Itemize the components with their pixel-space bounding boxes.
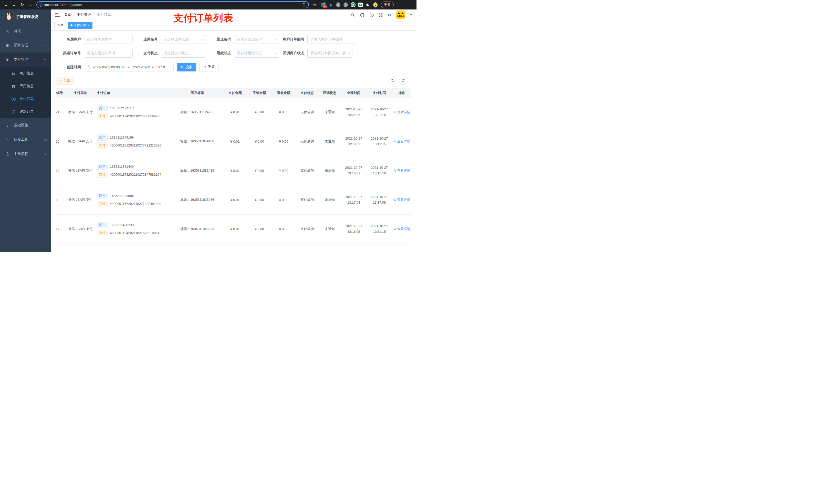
filter-control[interactable]: 请选择应用信息: [161, 35, 206, 44]
cell-pay-order: 商户 1635311254796: [95, 243, 172, 252]
caret-down-icon[interactable]: ▼: [410, 14, 412, 16]
pay-order-no: 4200001167202110271022491439: [110, 202, 161, 206]
avatar-extension-icon[interactable]: [373, 2, 378, 7]
sidebar-item-app-info[interactable]: 应用信息: [0, 80, 51, 93]
cell-id: 20: [56, 127, 66, 156]
fullscreen-icon[interactable]: [379, 13, 383, 17]
cell-refund: [271, 243, 296, 252]
breadcrumb-home[interactable]: 首页: [64, 13, 71, 17]
cell-created: 2021-10-2713:11:08: [341, 214, 366, 243]
breadcrumb: 首页 / 支付管理 / 支付订单: [64, 13, 111, 17]
chat-extension-icon[interactable]: [358, 2, 363, 7]
sidebar-item-refund-order[interactable]: 退款订单: [0, 105, 51, 118]
chevron-down-icon: [275, 52, 277, 54]
address-bar[interactable]: i localhost:1024/pay/order: [37, 1, 309, 8]
filter-control[interactable]: 请选择所属商户: [84, 35, 133, 44]
site-info-icon[interactable]: i: [39, 3, 43, 7]
column-header: 支付时间: [366, 88, 392, 98]
filter-control[interactable]: 请选择订单回调商户状态: [307, 49, 353, 57]
tab-pay-order[interactable]: 支付订单 ×: [68, 22, 93, 29]
pay-order-no: 4200001194202110276752100612: [110, 231, 161, 235]
filter-field: 回调商户状态 请选择订单回调商户状态: [279, 49, 353, 57]
filter-control[interactable]: 请选择退款状态: [234, 49, 279, 57]
briefcase-icon: [5, 152, 10, 156]
sidebar-item-merchant-info[interactable]: 商户信息: [0, 67, 51, 80]
pay-order-no: 4200001173202110272847982104: [110, 173, 161, 176]
view-detail-link[interactable]: 查看详情: [393, 139, 410, 144]
gem-extension-icon[interactable]: ◆: [328, 2, 333, 7]
dashboard-icon: [5, 29, 10, 33]
cell-amount: ¥ 0.01: [223, 214, 247, 243]
cell-status: 支付成功: [296, 185, 318, 214]
breadcrumb-section[interactable]: 支付管理: [77, 13, 91, 17]
pay-tag: 支付: [97, 142, 108, 148]
bookmark-star-icon[interactable]: ☆: [311, 2, 318, 8]
date-range-picker[interactable]: 2021-10-01 00:00:00 - 2021-10-31 23:59:5…: [84, 63, 174, 71]
view-detail-link[interactable]: 查看详情: [393, 226, 410, 231]
pay-order-line: 支付 4200001194202110276752100612: [97, 230, 172, 236]
view-detail-link[interactable]: 查看详情: [393, 197, 410, 202]
cell-created: 2021-10-2713:17:03: [341, 185, 366, 214]
filter-control[interactable]: 请输入渠道编码: [234, 35, 279, 44]
sidebar-item-home[interactable]: 首页: [0, 24, 51, 38]
column-header: 退款金额: [271, 88, 296, 98]
tab-home[interactable]: 首页: [54, 22, 66, 29]
cell-notify: 未通知: [318, 98, 341, 127]
table-toolbar: 导出: [56, 77, 411, 85]
merchant-order-no: 1635311823086: [110, 194, 134, 198]
command-extension-icon[interactable]: ⌘: [336, 2, 341, 7]
filter-control[interactable]: 请输入商户订单编号: [307, 35, 356, 44]
github-icon[interactable]: [360, 13, 365, 18]
table-search-icon[interactable]: [388, 77, 397, 85]
filter-control[interactable]: 请输入渠道订单号: [84, 49, 133, 57]
sidebar-item-pay-order[interactable]: ¥ 支付订单: [0, 93, 51, 105]
cell-title: 标题：1635311823086: [172, 185, 223, 214]
home-icon[interactable]: ⌂: [27, 2, 34, 8]
dot-extension-icon[interactable]: [343, 2, 348, 7]
cell-id: [56, 243, 66, 252]
filter-field: 退款状态 请选择退款状态: [206, 49, 279, 57]
extension-grid-icon[interactable]: 10: [321, 2, 326, 7]
filter-form: 所属商户 请选择所属商户 应用编号 请选择应用信息 渠道编码 请输入渠道编码 商…: [56, 35, 411, 71]
sidebar-item-workflow[interactable]: 工作流程: [0, 147, 51, 161]
cell-amount: ¥ 0.01: [223, 156, 247, 185]
app-logo-row[interactable]: 芋道管理系统: [0, 9, 51, 24]
sidebar-item-payment[interactable]: ¥ 支付管理: [0, 52, 51, 67]
forward-icon[interactable]: →: [11, 2, 18, 8]
browser-update-button[interactable]: 更新: [381, 2, 394, 8]
column-header: 回调状态: [318, 88, 341, 98]
sidebar-item-system[interactable]: ⚙ 系统管理: [0, 38, 51, 52]
extension-badge: 10: [323, 5, 327, 8]
cell-created: 2021-10-2713:22:05: [341, 98, 366, 127]
close-icon[interactable]: ×: [88, 24, 90, 27]
filter-control[interactable]: 请选择支付状态: [161, 49, 206, 57]
pay-order-line: 支付 4200001167202110271022491439: [97, 201, 172, 207]
back-icon[interactable]: ←: [3, 2, 9, 8]
browser-menu-icon[interactable]: ⋮: [395, 3, 399, 7]
search-button[interactable]: 搜索: [177, 63, 196, 71]
search-icon[interactable]: [351, 13, 355, 17]
puzzle-extensions-icon[interactable]: [365, 2, 371, 7]
filter-label: 所属商户: [56, 37, 84, 42]
pay-tag: 支付: [97, 230, 108, 236]
sidebar-item-dev-tools[interactable]: 研发工具: [0, 133, 51, 147]
merchant-order-line: 商户 1635311823086: [97, 193, 172, 199]
cell-fee: [247, 243, 271, 252]
font-size-icon[interactable]: tT: [388, 13, 391, 17]
export-button[interactable]: 导出: [56, 77, 74, 85]
y-extension-icon[interactable]: y: [351, 2, 356, 7]
hamburger-icon[interactable]: [55, 13, 60, 17]
monitor-icon: [5, 123, 10, 127]
filter-placeholder: 请输入渠道订单号: [87, 51, 130, 55]
reset-button[interactable]: 重置: [199, 63, 219, 71]
table-refresh-icon[interactable]: [399, 77, 407, 85]
user-avatar[interactable]: [396, 10, 405, 19]
share-icon[interactable]: [301, 3, 306, 7]
help-icon[interactable]: ?: [370, 13, 374, 17]
reload-icon[interactable]: ↻: [19, 2, 26, 8]
cell-channel: 微信 JSAPI 支付: [66, 214, 95, 243]
table-header-row: 编号支付渠道支付订单商品标题支付金额手续金额退款金额支付状态回调状态创建时间支付…: [56, 88, 411, 98]
view-detail-link[interactable]: 查看详情: [393, 168, 410, 173]
sidebar-item-infrastructure[interactable]: 基础设施: [0, 118, 51, 133]
view-detail-link[interactable]: 查看详情: [393, 110, 410, 115]
